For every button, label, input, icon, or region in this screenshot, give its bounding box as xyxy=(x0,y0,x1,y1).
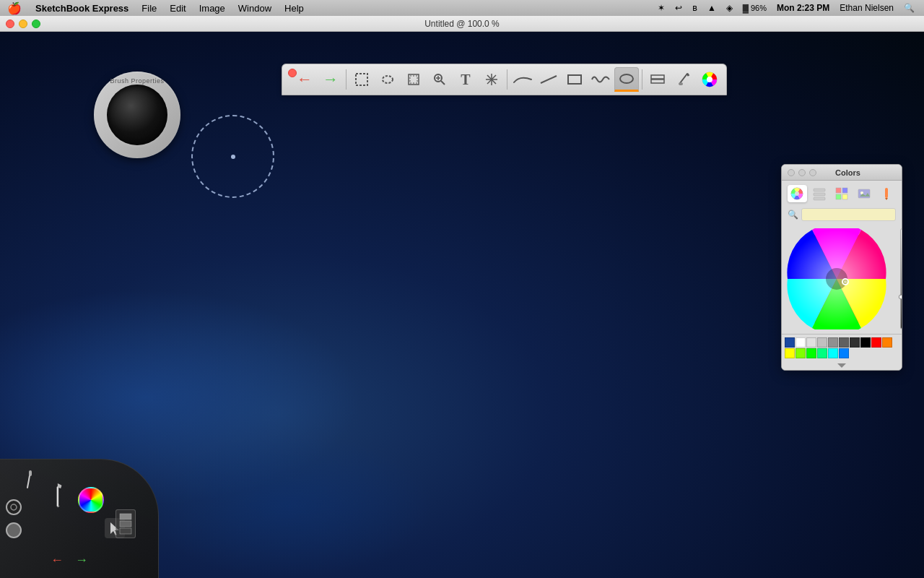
brush-tool-button[interactable] xyxy=(671,67,696,92)
brush-size-preview xyxy=(191,115,274,198)
menubar-battery: ▓ 96% xyxy=(741,4,769,12)
select-rect-button[interactable] xyxy=(349,67,374,92)
svg-rect-50 xyxy=(120,528,131,534)
swatch-13[interactable] xyxy=(817,348,827,358)
text-button[interactable]: T xyxy=(453,67,478,92)
layers-tool[interactable] xyxy=(116,509,136,538)
bottom-toolbar: ← → xyxy=(0,459,159,578)
menubar-window[interactable]: Window xyxy=(232,3,278,14)
zoom-button[interactable] xyxy=(427,67,452,92)
separator-3 xyxy=(642,69,642,90)
swatch-2[interactable] xyxy=(806,337,816,348)
bottom-redo-button[interactable]: → xyxy=(75,553,88,568)
swatch-0[interactable] xyxy=(785,337,795,348)
svg-line-12 xyxy=(541,76,557,83)
menubar-file[interactable]: File xyxy=(135,3,163,14)
menubar-timemachine: ↩ xyxy=(673,3,684,13)
svg-rect-16 xyxy=(651,79,664,83)
stroke1-button[interactable] xyxy=(510,67,535,92)
swatch-10[interactable] xyxy=(785,348,795,358)
minimize-button[interactable] xyxy=(19,20,27,28)
tool-circle-mid[interactable] xyxy=(6,522,22,538)
toolbar: ← → T xyxy=(282,64,727,95)
swatch-12[interactable] xyxy=(806,348,816,358)
menubar-time: Mon 2:23 PM xyxy=(775,3,832,13)
colors-minimize[interactable] xyxy=(798,169,806,176)
undo-redo-row: ← → xyxy=(51,553,88,568)
crop-button[interactable] xyxy=(401,67,426,92)
wave-button[interactable] xyxy=(588,67,613,92)
color-button[interactable] xyxy=(697,67,722,92)
swatch-9[interactable] xyxy=(882,337,892,348)
small-tool-circles xyxy=(6,499,22,538)
brightness-handle[interactable] xyxy=(899,295,902,299)
swatch-6[interactable] xyxy=(850,337,860,348)
color-wheel-container xyxy=(782,224,902,334)
svg-rect-0 xyxy=(356,74,367,85)
separator-2 xyxy=(507,69,507,90)
swatch-5[interactable] xyxy=(839,337,849,348)
tab-color-image[interactable] xyxy=(854,185,873,202)
color-swatches xyxy=(782,334,902,361)
close-button[interactable] xyxy=(6,20,14,28)
redo-button[interactable]: → xyxy=(318,67,343,92)
undo-button[interactable]: ← xyxy=(292,67,317,92)
apple-menu[interactable]: 🍎 xyxy=(0,1,29,15)
swatch-1[interactable] xyxy=(796,337,806,348)
colors-title: Colors xyxy=(835,168,860,177)
svg-rect-49 xyxy=(120,521,131,527)
svg-point-24 xyxy=(795,191,799,196)
tool-circle-dark[interactable] xyxy=(6,499,22,515)
brightness-slider[interactable] xyxy=(900,228,902,329)
tab-color-wheel[interactable] xyxy=(788,185,807,202)
svg-line-45 xyxy=(48,488,66,506)
colors-close[interactable] xyxy=(788,169,795,176)
swatch-4[interactable] xyxy=(828,337,838,348)
layers-button[interactable] xyxy=(645,67,670,92)
colors-search-input[interactable] xyxy=(801,208,896,221)
svg-rect-34 xyxy=(885,188,888,198)
menubar-image[interactable]: Image xyxy=(193,3,232,14)
color-wheel-svg[interactable] xyxy=(786,228,887,329)
tab-color-crayons[interactable] xyxy=(876,185,896,202)
svg-rect-29 xyxy=(842,188,847,193)
maximize-button[interactable] xyxy=(32,20,40,28)
brush-inner xyxy=(107,85,167,145)
swatch-11[interactable] xyxy=(796,348,806,358)
brush-label: Brush Properties xyxy=(110,77,164,85)
titlebar: Untitled @ 100.0 % xyxy=(0,16,924,32)
transform-button[interactable] xyxy=(479,67,504,92)
menubar-user[interactable]: Ethan Nielsen xyxy=(837,3,896,13)
colors-maximize[interactable] xyxy=(809,169,816,176)
menubar-right: ✶ ↩ ʙ ▲ ◈ ▓ 96% Mon 2:23 PM Ethan Nielse… xyxy=(655,3,924,13)
swatch-15[interactable] xyxy=(839,348,849,358)
lasso-button[interactable] xyxy=(375,67,400,92)
swatch-3[interactable] xyxy=(817,337,827,348)
svg-rect-25 xyxy=(814,189,825,191)
menubar-edit[interactable]: Edit xyxy=(163,3,192,14)
tab-color-palette[interactable] xyxy=(832,185,852,202)
svg-line-17 xyxy=(680,74,687,83)
svg-point-1 xyxy=(383,76,393,83)
svg-line-19 xyxy=(687,74,689,76)
brush-properties[interactable]: Brush Properties xyxy=(94,72,180,158)
ellipse-button[interactable] xyxy=(614,67,639,92)
menubar-help[interactable]: Help xyxy=(278,3,310,14)
swatch-8[interactable] xyxy=(871,337,881,348)
color-ring[interactable] xyxy=(78,487,104,513)
colors-panel: Colors xyxy=(781,164,902,371)
swatch-7[interactable] xyxy=(860,337,871,348)
svg-rect-26 xyxy=(814,193,825,196)
bottom-undo-button[interactable]: ← xyxy=(51,553,64,568)
tab-color-sliders[interactable] xyxy=(810,185,829,202)
menubar-search-icon[interactable]: 🔍 xyxy=(902,3,917,13)
swatch-14[interactable] xyxy=(828,348,838,358)
svg-point-18 xyxy=(679,82,683,85)
line-button[interactable] xyxy=(536,67,561,92)
rect-shape-button[interactable] xyxy=(562,67,587,92)
menubar-wifi: ▲ xyxy=(705,3,718,13)
eraser-tool[interactable] xyxy=(22,470,39,495)
canvas-area[interactable]: ← → T xyxy=(0,32,924,578)
menubar-appname[interactable]: SketchBook Express xyxy=(29,3,135,14)
svg-rect-30 xyxy=(836,194,841,199)
